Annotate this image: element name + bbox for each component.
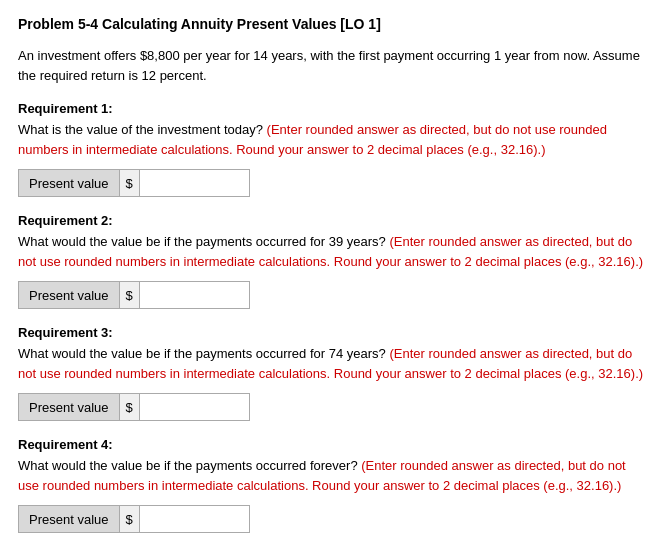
req2-question-black: What would the value be if the payments … bbox=[18, 234, 386, 249]
req3-dollar-sign: $ bbox=[120, 393, 140, 421]
req3-input-row: Present value $ bbox=[18, 393, 648, 421]
req3-question-black: What would the value be if the payments … bbox=[18, 346, 386, 361]
req2-label: Requirement 2: bbox=[18, 213, 648, 228]
req1-input-label: Present value bbox=[18, 169, 120, 197]
req2-input-row: Present value $ bbox=[18, 281, 648, 309]
requirement-1-block: Requirement 1: What is the value of the … bbox=[18, 101, 648, 197]
req2-input-label: Present value bbox=[18, 281, 120, 309]
req1-value-input[interactable] bbox=[140, 169, 250, 197]
req1-question: What is the value of the investment toda… bbox=[18, 120, 648, 159]
requirement-4-block: Requirement 4: What would the value be i… bbox=[18, 437, 648, 533]
req1-label: Requirement 1: bbox=[18, 101, 648, 116]
req2-value-input[interactable] bbox=[140, 281, 250, 309]
req4-question: What would the value be if the payments … bbox=[18, 456, 648, 495]
req4-label: Requirement 4: bbox=[18, 437, 648, 452]
req4-input-label: Present value bbox=[18, 505, 120, 533]
req4-input-row: Present value $ bbox=[18, 505, 648, 533]
req2-dollar-sign: $ bbox=[120, 281, 140, 309]
req3-label: Requirement 3: bbox=[18, 325, 648, 340]
req3-value-input[interactable] bbox=[140, 393, 250, 421]
requirement-3-block: Requirement 3: What would the value be i… bbox=[18, 325, 648, 421]
req1-input-row: Present value $ bbox=[18, 169, 648, 197]
req2-question: What would the value be if the payments … bbox=[18, 232, 648, 271]
req3-question: What would the value be if the payments … bbox=[18, 344, 648, 383]
req4-value-input[interactable] bbox=[140, 505, 250, 533]
req3-input-label: Present value bbox=[18, 393, 120, 421]
intro-text: An investment offers $8,800 per year for… bbox=[18, 46, 648, 85]
requirement-2-block: Requirement 2: What would the value be i… bbox=[18, 213, 648, 309]
req1-dollar-sign: $ bbox=[120, 169, 140, 197]
page-title: Problem 5-4 Calculating Annuity Present … bbox=[18, 16, 648, 32]
req1-question-black: What is the value of the investment toda… bbox=[18, 122, 263, 137]
req4-dollar-sign: $ bbox=[120, 505, 140, 533]
req4-question-black: What would the value be if the payments … bbox=[18, 458, 358, 473]
